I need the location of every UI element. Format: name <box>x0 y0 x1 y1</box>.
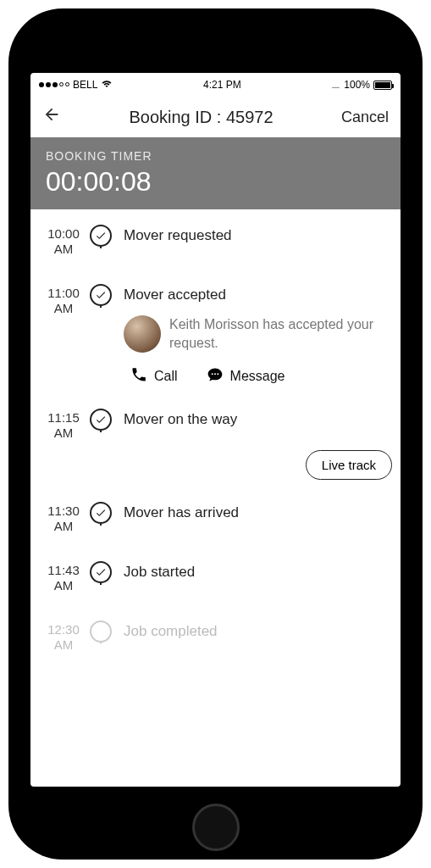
step-node-icon <box>90 620 112 643</box>
timer-banner: BOOKING TIMER 00:00:08 <box>30 137 401 209</box>
step-time: 11:30 AM <box>39 502 88 534</box>
step-title: Mover accepted <box>124 287 392 303</box>
wifi-icon <box>101 79 113 91</box>
signal-dots-icon <box>39 82 69 87</box>
step-title: Job started <box>124 564 392 581</box>
clock: 4:21 PM <box>203 79 241 91</box>
step-title: Mover on the way <box>124 411 392 428</box>
timeline-step: 11:43 AM Job started <box>39 561 392 620</box>
page-title: Booking ID : 45972 <box>129 108 273 127</box>
phone-frame: BELL 4:21 PM ⚊ 100% Booking ID : 45972 <box>8 8 423 860</box>
call-button[interactable]: Call <box>130 366 178 387</box>
cancel-button[interactable]: Cancel <box>341 108 389 126</box>
step-time: 11:15 AM <box>39 409 88 441</box>
battery-icon <box>373 81 392 90</box>
message-label: Message <box>230 369 285 384</box>
status-right: ⚊ 100% <box>331 79 392 91</box>
step-title: Mover requested <box>124 227 392 244</box>
svg-point-2 <box>217 373 218 375</box>
timeline-step: 12:30 AM Job completed <box>39 620 392 687</box>
step-title: Job completed <box>124 623 392 640</box>
svg-point-1 <box>214 373 216 375</box>
live-track-button[interactable]: Live track <box>306 450 392 480</box>
mover-detail: Keith Morisson has accepted your request… <box>124 315 392 353</box>
step-node-icon <box>90 409 112 431</box>
back-button[interactable] <box>42 105 61 129</box>
phone-icon <box>130 366 147 387</box>
timer-label: BOOKING TIMER <box>46 149 385 163</box>
nav-bar: Booking ID : 45972 Cancel <box>30 97 401 137</box>
home-button[interactable] <box>192 804 240 851</box>
step-time: 10:00 AM <box>39 225 88 257</box>
timeline-step: 11:00 AM Mover accepted Keith Moriss <box>39 284 392 409</box>
timeline-step: 10:00 AM Mover requested <box>39 225 392 284</box>
phone-bezel: BELL 4:21 PM ⚊ 100% Booking ID : 45972 <box>22 22 409 846</box>
mover-detail-text: Keith Morisson has accepted your request… <box>169 315 392 352</box>
step-node-icon <box>90 225 112 247</box>
bluetooth-icon: ⚊ <box>331 79 340 91</box>
step-time: 12:30 AM <box>39 620 88 653</box>
status-left: BELL <box>39 79 113 91</box>
step-node-icon <box>90 502 112 524</box>
battery-pct: 100% <box>344 79 370 91</box>
message-button[interactable]: Message <box>207 366 285 387</box>
avatar <box>124 315 161 353</box>
svg-point-0 <box>211 373 213 375</box>
message-icon <box>207 366 224 387</box>
step-time: 11:00 AM <box>39 284 88 316</box>
step-title: Mover has arrived <box>124 504 392 521</box>
step-time: 11:43 AM <box>39 561 88 593</box>
timer-value: 00:00:08 <box>46 166 385 198</box>
step-node-icon <box>90 561 112 583</box>
step-node-icon <box>90 284 112 306</box>
carrier-label: BELL <box>73 79 97 91</box>
call-label: Call <box>154 369 178 384</box>
timeline: 10:00 AM Mover requested <box>30 209 401 787</box>
screen: BELL 4:21 PM ⚊ 100% Booking ID : 45972 <box>30 73 401 787</box>
timeline-step: 11:30 AM Mover has arrived <box>39 502 392 561</box>
status-bar: BELL 4:21 PM ⚊ 100% <box>30 73 401 97</box>
timeline-step: 11:15 AM Mover on the way Live track <box>39 409 392 502</box>
